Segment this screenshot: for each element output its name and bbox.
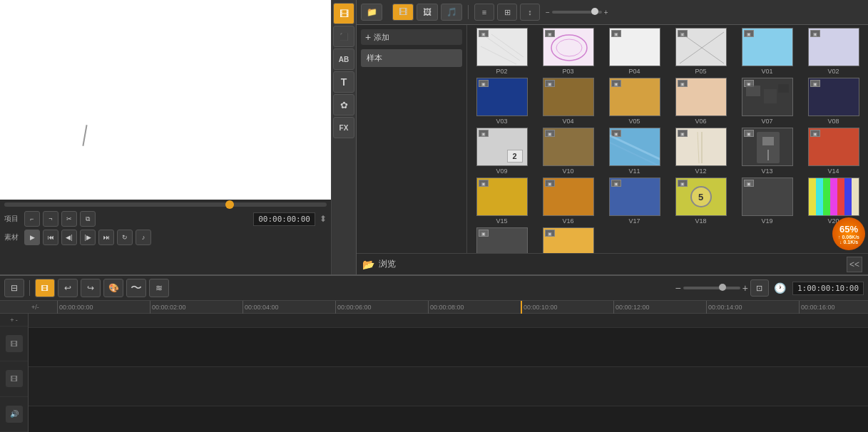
- fit-button[interactable]: ⊡: [750, 279, 769, 297]
- media-item-v06[interactable]: ▣ V06: [669, 78, 732, 125]
- media-item-v05[interactable]: ▣ V05: [603, 78, 666, 125]
- copy-button[interactable]: ⧉: [80, 211, 96, 227]
- view-sort-button[interactable]: ↕: [520, 4, 540, 21]
- zoom-thumb: [591, 8, 598, 15]
- media-type-icon: ▣: [545, 80, 555, 87]
- side-btn-text[interactable]: AB: [333, 48, 354, 70]
- svg-rect-7: [746, 86, 760, 96]
- media-item-v19[interactable]: ▣ V19: [735, 178, 799, 225]
- media-item-p04[interactable]: ▣ P04: [603, 28, 666, 75]
- seekbar[interactable]: [4, 202, 327, 207]
- media-item-v14[interactable]: ▣ V14: [802, 128, 865, 175]
- ruler-mark: 00:00:12:00: [613, 301, 706, 314]
- loop-button[interactable]: ↻: [117, 230, 133, 245]
- media-type-icon: ▣: [810, 30, 820, 37]
- media-item-v21[interactable]: ▣ V21: [470, 227, 533, 253]
- media-item-to1[interactable]: ▣ TO1: [536, 227, 600, 253]
- media-type-icon: ▣: [678, 180, 688, 187]
- zoom-in-icon[interactable]: +: [604, 9, 608, 16]
- media-item-v17[interactable]: ▣ V17: [603, 178, 666, 225]
- side-btn-title[interactable]: T: [333, 71, 354, 93]
- cut-out-button[interactable]: ¬: [43, 211, 58, 227]
- motion-button[interactable]: ≋: [149, 279, 169, 297]
- media-item-v04[interactable]: ▣ V04: [536, 78, 600, 125]
- side-btn-effects[interactable]: ✿: [333, 94, 354, 115]
- scissors-button[interactable]: ✂: [61, 211, 77, 227]
- category-item-sample[interactable]: 样本: [361, 49, 462, 67]
- media-item-v09[interactable]: ▣ 2 V09: [470, 128, 533, 175]
- media-item-v13[interactable]: ▣ V13: [735, 128, 799, 175]
- side-btn-transition[interactable]: ⬛: [333, 26, 354, 47]
- step-back-button[interactable]: ◀|: [61, 230, 77, 245]
- view-grid-button[interactable]: ⊞: [497, 4, 517, 21]
- media-item-p05[interactable]: ▣ P05: [669, 28, 732, 75]
- media-item-v11[interactable]: ▣ V11: [603, 128, 666, 175]
- seekbar-thumb[interactable]: [225, 200, 234, 209]
- media-tab-folder[interactable]: 📁: [361, 4, 382, 21]
- step-forward-button[interactable]: |▶: [80, 230, 96, 245]
- tracks-content: [29, 314, 868, 432]
- snap-button[interactable]: ⊟: [4, 279, 24, 297]
- volume-button[interactable]: ♪: [136, 230, 151, 245]
- side-toolbar: 🎞 ⬛ AB T ✿ FX: [332, 0, 357, 274]
- add-media-button[interactable]: + 添加: [361, 29, 462, 45]
- timecode-spinner[interactable]: ⬍: [320, 214, 327, 224]
- media-label-p02: P02: [496, 68, 507, 75]
- media-item-v01[interactable]: ▣ V01: [735, 28, 799, 75]
- track-header-row: [29, 314, 868, 328]
- color-button[interactable]: 🎨: [103, 279, 123, 297]
- svg-rect-21: [837, 178, 844, 216]
- redo-button[interactable]: ↪: [81, 279, 101, 297]
- media-label-v18: V18: [695, 217, 706, 225]
- add-track-button[interactable]: +: [10, 317, 14, 324]
- media-label-v05: V05: [628, 118, 640, 125]
- media-item-v02[interactable]: ▣ V02: [802, 28, 865, 75]
- zoom-out-icon[interactable]: −: [546, 9, 550, 16]
- timeline-zoom-slider[interactable]: [683, 287, 740, 289]
- media-item-p03[interactable]: ▣ P03: [536, 28, 600, 75]
- media-label-v03: V03: [496, 118, 507, 125]
- media-type-icon: ▣: [545, 130, 555, 137]
- track-row-2[interactable]: [29, 367, 868, 406]
- media-tab-film[interactable]: 🎞: [392, 4, 414, 21]
- play-button[interactable]: ▶: [24, 230, 40, 245]
- media-item-v08[interactable]: ▣ V08: [802, 78, 865, 125]
- media-grid-wrapper[interactable]: ▣ P02 ▣: [467, 25, 868, 253]
- media-tab-image[interactable]: 🖼: [417, 4, 438, 21]
- media-item-v10[interactable]: ▣ V10: [536, 128, 600, 175]
- timeline-ruler: +/- 00:00:00:00 00:00:02:00 00:00:04:00 …: [0, 301, 868, 314]
- cut-in-button[interactable]: ⌐: [24, 211, 40, 227]
- prev-frame-button[interactable]: ⏮: [43, 230, 58, 245]
- media-item-v16[interactable]: ▣ V16: [536, 178, 600, 225]
- media-label-p05: P05: [695, 68, 706, 75]
- audio-button[interactable]: 〜: [126, 279, 146, 297]
- side-btn-fx[interactable]: FX: [333, 117, 354, 138]
- undo-button[interactable]: ↩: [58, 279, 78, 297]
- media-item-v12[interactable]: ▣ V12: [669, 128, 732, 175]
- media-tab-music[interactable]: 🎵: [441, 4, 462, 21]
- collapse-button[interactable]: <<: [847, 257, 862, 272]
- view-list-button[interactable]: ≡: [474, 4, 494, 21]
- zoom-in-icon[interactable]: +: [742, 282, 748, 294]
- track-row-3[interactable]: [29, 406, 868, 432]
- media-item-v15[interactable]: ▣ V15: [470, 178, 533, 225]
- media-item-p02[interactable]: ▣ P02: [470, 28, 533, 75]
- next-frame-button[interactable]: ⏭: [98, 230, 114, 245]
- media-item-v20[interactable]: ▣ V20: [802, 178, 865, 225]
- side-btn-film[interactable]: 🎞: [333, 3, 354, 24]
- preview-cursor: [82, 125, 87, 146]
- media-item-v03[interactable]: ▣ V03: [470, 78, 533, 125]
- zoom-out-icon[interactable]: −: [675, 282, 681, 294]
- media-type-icon: ▣: [479, 180, 489, 187]
- media-label-v09: V09: [496, 168, 507, 175]
- zoom-slider[interactable]: [552, 11, 602, 14]
- timeline-mode-button[interactable]: 🎞: [35, 279, 55, 297]
- media-thumb-v08: ▣: [808, 78, 859, 116]
- media-item-v18[interactable]: ▣ 5 V18: [669, 178, 732, 225]
- category-panel: + 添加 样本: [357, 25, 467, 253]
- track-row-1[interactable]: [29, 328, 868, 367]
- timeline-timecode: 1:00:00:10:00: [792, 282, 864, 295]
- remove-track-button[interactable]: -: [16, 317, 18, 324]
- media-item-v07[interactable]: ▣ V07: [735, 78, 799, 125]
- media-thumb-p02: ▣: [476, 28, 528, 66]
